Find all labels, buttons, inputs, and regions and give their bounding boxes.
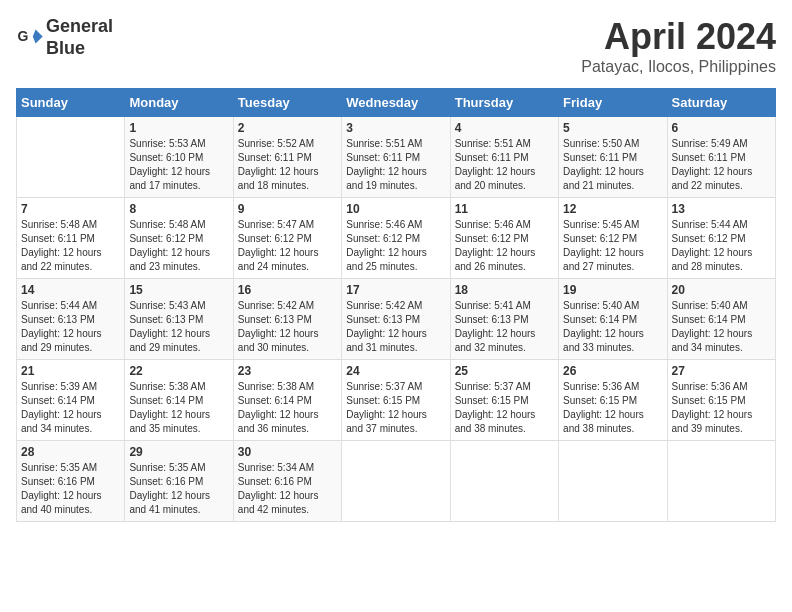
calendar-cell: [17, 117, 125, 198]
day-number: 14: [21, 283, 120, 297]
month-year-title: April 2024: [581, 16, 776, 58]
day-number: 7: [21, 202, 120, 216]
day-number: 20: [672, 283, 771, 297]
day-number: 18: [455, 283, 554, 297]
calendar-cell: [667, 441, 775, 522]
day-info: Sunrise: 5:53 AM Sunset: 6:10 PM Dayligh…: [129, 137, 228, 193]
day-info: Sunrise: 5:42 AM Sunset: 6:13 PM Dayligh…: [346, 299, 445, 355]
day-info: Sunrise: 5:45 AM Sunset: 6:12 PM Dayligh…: [563, 218, 662, 274]
calendar-cell: 16Sunrise: 5:42 AM Sunset: 6:13 PM Dayli…: [233, 279, 341, 360]
day-number: 15: [129, 283, 228, 297]
calendar-cell: 25Sunrise: 5:37 AM Sunset: 6:15 PM Dayli…: [450, 360, 558, 441]
day-info: Sunrise: 5:39 AM Sunset: 6:14 PM Dayligh…: [21, 380, 120, 436]
day-number: 10: [346, 202, 445, 216]
day-info: Sunrise: 5:38 AM Sunset: 6:14 PM Dayligh…: [129, 380, 228, 436]
day-number: 21: [21, 364, 120, 378]
day-info: Sunrise: 5:36 AM Sunset: 6:15 PM Dayligh…: [672, 380, 771, 436]
day-number: 19: [563, 283, 662, 297]
calendar-cell: 21Sunrise: 5:39 AM Sunset: 6:14 PM Dayli…: [17, 360, 125, 441]
day-number: 17: [346, 283, 445, 297]
day-info: Sunrise: 5:38 AM Sunset: 6:14 PM Dayligh…: [238, 380, 337, 436]
day-info: Sunrise: 5:41 AM Sunset: 6:13 PM Dayligh…: [455, 299, 554, 355]
logo: G General Blue: [16, 16, 113, 59]
calendar-week-row: 21Sunrise: 5:39 AM Sunset: 6:14 PM Dayli…: [17, 360, 776, 441]
calendar-week-row: 7Sunrise: 5:48 AM Sunset: 6:11 PM Daylig…: [17, 198, 776, 279]
day-info: Sunrise: 5:50 AM Sunset: 6:11 PM Dayligh…: [563, 137, 662, 193]
calendar-cell: 5Sunrise: 5:50 AM Sunset: 6:11 PM Daylig…: [559, 117, 667, 198]
day-info: Sunrise: 5:46 AM Sunset: 6:12 PM Dayligh…: [346, 218, 445, 274]
calendar-cell: 26Sunrise: 5:36 AM Sunset: 6:15 PM Dayli…: [559, 360, 667, 441]
calendar-cell: [559, 441, 667, 522]
day-number: 11: [455, 202, 554, 216]
day-number: 27: [672, 364, 771, 378]
day-info: Sunrise: 5:51 AM Sunset: 6:11 PM Dayligh…: [346, 137, 445, 193]
day-number: 22: [129, 364, 228, 378]
calendar-cell: 29Sunrise: 5:35 AM Sunset: 6:16 PM Dayli…: [125, 441, 233, 522]
calendar-cell: 9Sunrise: 5:47 AM Sunset: 6:12 PM Daylig…: [233, 198, 341, 279]
calendar-cell: 13Sunrise: 5:44 AM Sunset: 6:12 PM Dayli…: [667, 198, 775, 279]
calendar-cell: 6Sunrise: 5:49 AM Sunset: 6:11 PM Daylig…: [667, 117, 775, 198]
day-number: 2: [238, 121, 337, 135]
day-info: Sunrise: 5:37 AM Sunset: 6:15 PM Dayligh…: [455, 380, 554, 436]
day-number: 25: [455, 364, 554, 378]
day-number: 1: [129, 121, 228, 135]
calendar-cell: 18Sunrise: 5:41 AM Sunset: 6:13 PM Dayli…: [450, 279, 558, 360]
day-info: Sunrise: 5:34 AM Sunset: 6:16 PM Dayligh…: [238, 461, 337, 517]
day-number: 28: [21, 445, 120, 459]
calendar-cell: 4Sunrise: 5:51 AM Sunset: 6:11 PM Daylig…: [450, 117, 558, 198]
page-header: G General Blue April 2024 Patayac, Iloco…: [16, 16, 776, 76]
calendar-cell: 3Sunrise: 5:51 AM Sunset: 6:11 PM Daylig…: [342, 117, 450, 198]
day-info: Sunrise: 5:42 AM Sunset: 6:13 PM Dayligh…: [238, 299, 337, 355]
day-info: Sunrise: 5:36 AM Sunset: 6:15 PM Dayligh…: [563, 380, 662, 436]
calendar-week-row: 14Sunrise: 5:44 AM Sunset: 6:13 PM Dayli…: [17, 279, 776, 360]
day-number: 5: [563, 121, 662, 135]
calendar-table: SundayMondayTuesdayWednesdayThursdayFrid…: [16, 88, 776, 522]
calendar-cell: 8Sunrise: 5:48 AM Sunset: 6:12 PM Daylig…: [125, 198, 233, 279]
calendar-cell: [342, 441, 450, 522]
day-number: 30: [238, 445, 337, 459]
calendar-cell: 22Sunrise: 5:38 AM Sunset: 6:14 PM Dayli…: [125, 360, 233, 441]
calendar-cell: 19Sunrise: 5:40 AM Sunset: 6:14 PM Dayli…: [559, 279, 667, 360]
day-number: 9: [238, 202, 337, 216]
day-info: Sunrise: 5:35 AM Sunset: 6:16 PM Dayligh…: [21, 461, 120, 517]
calendar-cell: 20Sunrise: 5:40 AM Sunset: 6:14 PM Dayli…: [667, 279, 775, 360]
day-number: 24: [346, 364, 445, 378]
day-number: 12: [563, 202, 662, 216]
calendar-cell: 14Sunrise: 5:44 AM Sunset: 6:13 PM Dayli…: [17, 279, 125, 360]
day-number: 29: [129, 445, 228, 459]
header-saturday: Saturday: [667, 89, 775, 117]
day-info: Sunrise: 5:46 AM Sunset: 6:12 PM Dayligh…: [455, 218, 554, 274]
day-info: Sunrise: 5:48 AM Sunset: 6:12 PM Dayligh…: [129, 218, 228, 274]
header-thursday: Thursday: [450, 89, 558, 117]
calendar-cell: 7Sunrise: 5:48 AM Sunset: 6:11 PM Daylig…: [17, 198, 125, 279]
day-info: Sunrise: 5:35 AM Sunset: 6:16 PM Dayligh…: [129, 461, 228, 517]
day-info: Sunrise: 5:49 AM Sunset: 6:11 PM Dayligh…: [672, 137, 771, 193]
calendar-cell: [450, 441, 558, 522]
calendar-cell: 15Sunrise: 5:43 AM Sunset: 6:13 PM Dayli…: [125, 279, 233, 360]
calendar-header-row: SundayMondayTuesdayWednesdayThursdayFrid…: [17, 89, 776, 117]
location-subtitle: Patayac, Ilocos, Philippines: [581, 58, 776, 76]
day-info: Sunrise: 5:44 AM Sunset: 6:12 PM Dayligh…: [672, 218, 771, 274]
day-info: Sunrise: 5:37 AM Sunset: 6:15 PM Dayligh…: [346, 380, 445, 436]
calendar-cell: 1Sunrise: 5:53 AM Sunset: 6:10 PM Daylig…: [125, 117, 233, 198]
day-info: Sunrise: 5:40 AM Sunset: 6:14 PM Dayligh…: [563, 299, 662, 355]
day-number: 8: [129, 202, 228, 216]
day-info: Sunrise: 5:40 AM Sunset: 6:14 PM Dayligh…: [672, 299, 771, 355]
calendar-cell: 10Sunrise: 5:46 AM Sunset: 6:12 PM Dayli…: [342, 198, 450, 279]
header-wednesday: Wednesday: [342, 89, 450, 117]
day-number: 26: [563, 364, 662, 378]
day-number: 13: [672, 202, 771, 216]
svg-text:G: G: [17, 27, 28, 43]
day-info: Sunrise: 5:47 AM Sunset: 6:12 PM Dayligh…: [238, 218, 337, 274]
calendar-cell: 2Sunrise: 5:52 AM Sunset: 6:11 PM Daylig…: [233, 117, 341, 198]
header-sunday: Sunday: [17, 89, 125, 117]
day-number: 23: [238, 364, 337, 378]
calendar-cell: 11Sunrise: 5:46 AM Sunset: 6:12 PM Dayli…: [450, 198, 558, 279]
calendar-cell: 23Sunrise: 5:38 AM Sunset: 6:14 PM Dayli…: [233, 360, 341, 441]
day-info: Sunrise: 5:44 AM Sunset: 6:13 PM Dayligh…: [21, 299, 120, 355]
day-info: Sunrise: 5:52 AM Sunset: 6:11 PM Dayligh…: [238, 137, 337, 193]
day-info: Sunrise: 5:43 AM Sunset: 6:13 PM Dayligh…: [129, 299, 228, 355]
header-friday: Friday: [559, 89, 667, 117]
day-info: Sunrise: 5:48 AM Sunset: 6:11 PM Dayligh…: [21, 218, 120, 274]
header-monday: Monday: [125, 89, 233, 117]
